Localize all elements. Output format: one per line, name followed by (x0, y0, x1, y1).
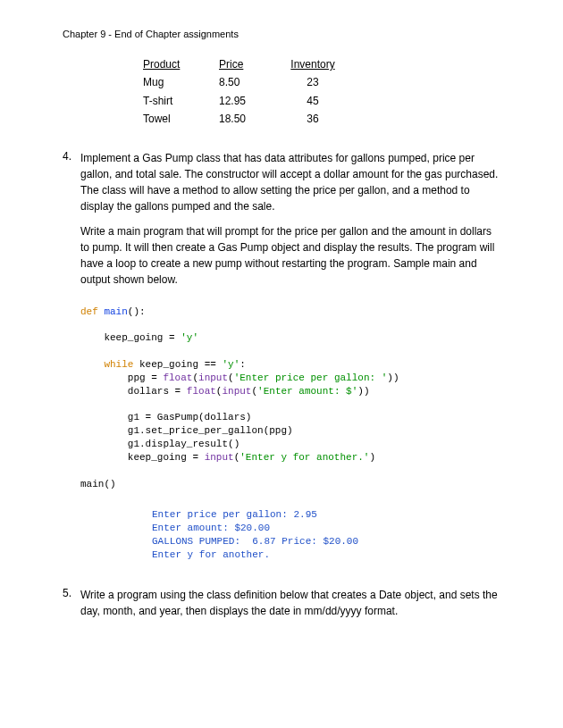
code-text (80, 359, 104, 370)
bi-input: input (222, 386, 251, 397)
bi-input: input (205, 452, 234, 463)
td-price: 8.50 (219, 73, 282, 91)
code-text: g1.display_result() (80, 439, 239, 449)
table-row: Towel 18.50 36 (143, 110, 500, 128)
sample-output: Enter price per gallon: 2.95 Enter amoun… (152, 508, 500, 561)
code-text: keep_going == (133, 359, 222, 370)
kw-def: def (80, 306, 98, 317)
q4-para2: Write a main program that will prompt fo… (80, 223, 500, 288)
code-text: ( (228, 372, 234, 383)
th-price: Price (219, 55, 282, 73)
code-text: : (239, 359, 246, 370)
table-row: T-shirt 12.95 45 (143, 92, 500, 110)
bi-float: float (187, 386, 216, 397)
code-text: )) (357, 386, 369, 397)
question-number: 4. (63, 150, 80, 297)
question-4: 4. Implement a Gas Pump class that has d… (63, 150, 500, 297)
code-sample: def main(): keep_going = 'y' while keep_… (80, 305, 500, 491)
code-text: ) (369, 452, 375, 463)
str-literal: 'Enter y for another.' (239, 452, 369, 463)
td-product: Towel (143, 110, 219, 128)
th-product: Product (143, 55, 219, 73)
question-5: 5. Write a program using the class defin… (63, 587, 500, 628)
code-text: keep_going = (80, 452, 205, 463)
str-literal: 'y' (181, 332, 198, 343)
code-text: g1.set_price_per_gallon(ppg) (80, 425, 293, 436)
code-text: main() (80, 479, 116, 490)
td-price: 18.50 (219, 110, 282, 128)
question-number: 5. (63, 587, 80, 628)
code-text: ppg = (80, 372, 163, 383)
str-literal: 'Enter amount: $' (257, 386, 357, 397)
th-inventory: Inventory (282, 55, 344, 73)
str-literal: 'Enter price per gallon: ' (234, 372, 388, 383)
q5-para1: Write a program using the class definiti… (80, 587, 500, 619)
code-text: keep_going = (80, 332, 181, 343)
code-text: (): (128, 306, 146, 317)
td-price: 12.95 (219, 92, 282, 110)
bi-input: input (198, 372, 228, 383)
fn-main: main (104, 306, 127, 317)
kw-while: while (104, 359, 133, 370)
td-product: T-shirt (143, 92, 219, 110)
td-inventory: 45 (282, 92, 344, 110)
code-text: dollars = (80, 386, 187, 397)
td-inventory: 36 (282, 110, 344, 128)
code-text: )) (387, 372, 399, 383)
product-table: Product Price Inventory Mug 8.50 23 T-sh… (143, 55, 500, 129)
code-text: g1 = GasPump(dollars) (80, 412, 251, 423)
td-product: Mug (143, 73, 219, 91)
table-row: Mug 8.50 23 (143, 73, 500, 91)
str-literal: 'y' (222, 359, 239, 370)
table-header-row: Product Price Inventory (143, 55, 500, 73)
page-header: Chapter 9 - End of Chapter assignments (63, 29, 500, 39)
td-inventory: 23 (282, 73, 344, 91)
bi-float: float (163, 372, 192, 383)
q4-para1: Implement a Gas Pump class that has data… (80, 150, 500, 214)
